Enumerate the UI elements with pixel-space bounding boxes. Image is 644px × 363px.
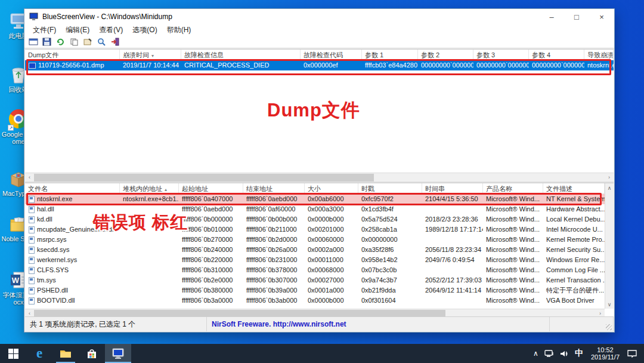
dump-row-selected[interactable]: 110719-25656-01.dmp 2019/11/7 10:14:44 C… xyxy=(25,60,614,70)
store-button[interactable] xyxy=(79,344,105,363)
copy-icon[interactable] xyxy=(69,37,79,47)
column-header-sorted[interactable]: 堆栈内的地址▴ xyxy=(120,183,179,193)
dump-list-header: Dump文件 崩溃时间▾ 故障检查信息 故障检查代码 参数 1 参数 2 参数 … xyxy=(25,50,614,60)
column-header[interactable]: 参数 1 xyxy=(362,50,418,60)
sort-indicator-icon: ▴ xyxy=(165,187,167,192)
file-explorer-button[interactable] xyxy=(52,344,79,363)
driver-table-row[interactable]: CLFS.SYS fffff806`0b310000 fffff806`0b37… xyxy=(25,265,605,275)
driver-file-icon xyxy=(29,277,35,284)
dump-list-pane: Dump文件 崩溃时间▾ 故障检查信息 故障检查代码 参数 1 参数 2 参数 … xyxy=(25,49,614,182)
column-header[interactable]: 起始地址 xyxy=(179,183,243,193)
edge-button[interactable]: e xyxy=(26,344,52,363)
cell-to-address: fffff806`0af60000 xyxy=(243,204,305,214)
column-header[interactable]: 结束地址 xyxy=(243,183,305,193)
driver-table-row[interactable]: msrpc.sys fffff806`0b270000 fffff806`0b2… xyxy=(25,235,605,245)
column-header[interactable]: Dump文件 xyxy=(25,50,120,60)
column-header[interactable]: 参数 3 xyxy=(473,50,529,60)
tray-clock[interactable]: 10:52 2019/11/7 xyxy=(586,346,624,361)
menu-view[interactable]: 查看(V) xyxy=(94,25,128,35)
minimize-button[interactable]: – xyxy=(539,9,564,24)
scroll-left-icon[interactable]: ‹ xyxy=(25,173,34,182)
close-button[interactable]: × xyxy=(589,9,614,24)
tray-time: 10:52 xyxy=(591,346,620,353)
cell-param2: 00000000`000000... xyxy=(418,60,473,70)
save-icon[interactable] xyxy=(42,37,52,47)
shortcut-arrow-icon: ↗ xyxy=(8,125,14,131)
menu-options[interactable]: 选项(O) xyxy=(128,25,162,35)
find-icon[interactable] xyxy=(97,37,107,47)
column-header[interactable]: 时戳 xyxy=(358,183,422,193)
driver-file-icon xyxy=(29,206,35,213)
scroll-up-icon[interactable]: ∧ xyxy=(605,183,614,192)
action-center-icon[interactable] xyxy=(624,344,644,363)
cell-dump-file: 110719-25656-01.dmp xyxy=(38,61,104,69)
exit-icon[interactable] xyxy=(110,37,120,47)
tray-chevron-icon[interactable]: ∧ xyxy=(530,344,541,363)
cell-stack-address xyxy=(120,224,179,235)
cell-to-address: fffff806`0b26a000 xyxy=(243,245,305,255)
ime-indicator[interactable]: 中 xyxy=(572,344,586,363)
scroll-down-icon[interactable]: ∨ xyxy=(605,300,614,309)
scrollbar-thumb[interactable] xyxy=(34,174,374,182)
maximize-button[interactable]: □ xyxy=(564,9,589,24)
cell-timestamp: 0x0f301604 xyxy=(358,296,422,306)
driver-table-row[interactable]: mcupdate_GenuineIntel.dll fffff806`0b010… xyxy=(25,224,605,235)
cell-stack-address xyxy=(120,235,179,245)
column-header[interactable]: 产品名称 xyxy=(483,183,543,193)
column-header[interactable]: 导致崩溃的驱动程序 xyxy=(584,50,614,60)
driver-table-row[interactable]: ksecdd.sys fffff806`0b240000 fffff806`0b… xyxy=(25,245,605,255)
speaker-icon[interactable] xyxy=(557,344,572,363)
window-title: BlueScreenView - C:\Windows\Minidump xyxy=(42,13,172,21)
cell-file-description: Kernel Remote Pro... xyxy=(543,235,605,245)
lower-vertical-scrollbar[interactable]: ∧ ∨ xyxy=(605,183,614,309)
driver-file-icon xyxy=(29,257,35,264)
cell-stack-address xyxy=(120,204,179,214)
column-header[interactable]: 参数 2 xyxy=(418,50,473,60)
column-header[interactable]: 大小 xyxy=(305,183,358,193)
driver-table-row[interactable]: BOOTVID.dll fffff806`0b3a0000 fffff806`0… xyxy=(25,296,605,306)
menu-file[interactable]: 文件(F) xyxy=(28,25,61,35)
start-button[interactable] xyxy=(0,344,26,363)
cell-time-string: 2056/11/8 23:23:34 xyxy=(422,245,483,255)
column-header[interactable]: 文件名 xyxy=(25,183,120,193)
resize-grip[interactable] xyxy=(606,324,612,330)
status-nirsoft-link[interactable]: NirSoft Freeware. http://www.nirsoft.net xyxy=(207,317,550,331)
cell-file-name: ksecdd.sys xyxy=(37,246,69,253)
driver-table-row[interactable]: tm.sys fffff806`0b2e0000 fffff806`0b3070… xyxy=(25,275,605,285)
cell-file-name: PSHED.dll xyxy=(37,287,68,294)
driver-table-row[interactable]: werkernel.sys fffff806`0b220000 fffff806… xyxy=(25,255,605,265)
menu-help[interactable]: 帮助(H) xyxy=(162,25,196,35)
refresh-icon[interactable] xyxy=(55,37,66,47)
bluescreenview-window: BlueScreenView - C:\Windows\Minidump – □… xyxy=(24,8,615,333)
column-header[interactable]: 参数 4 xyxy=(529,50,584,60)
upper-horizontal-scrollbar[interactable]: ‹ › xyxy=(25,173,614,182)
column-header-sorted[interactable]: 崩溃时间▾ xyxy=(120,50,181,60)
svg-text:W: W xyxy=(12,276,20,285)
cell-product-name: Microsoft® Wind... xyxy=(483,255,543,265)
tray-date: 2019/11/7 xyxy=(591,353,620,361)
cell-file-description: Common Log File ... xyxy=(543,265,605,275)
column-header[interactable]: 故障检查代码 xyxy=(301,50,362,60)
cell-to-address: fffff806`0b39a000 xyxy=(243,285,305,296)
scroll-right-icon[interactable]: › xyxy=(605,173,614,182)
driver-table-row[interactable]: PSHED.dll fffff806`0b380000 fffff806`0b3… xyxy=(25,285,605,296)
cell-to-address: fffff806`0b3ab000 xyxy=(243,296,305,306)
title-bar[interactable]: BlueScreenView - C:\Windows\Minidump – □… xyxy=(24,9,614,24)
driver-table-row[interactable]: ntoskrnl.exe ntoskrnl.exe+8cb1... fffff8… xyxy=(25,194,605,204)
cell-crash-time: 2019/11/7 10:14:44 xyxy=(120,60,181,70)
column-header[interactable]: 文件描述 xyxy=(543,183,605,193)
cell-from-address: fffff806`0b270000 xyxy=(179,235,243,245)
properties-icon[interactable] xyxy=(83,37,93,47)
cell-product-name: Microsoft® Wind... xyxy=(483,285,543,296)
cell-timestamp: 0xfc9570f2 xyxy=(358,194,422,204)
cell-time-string xyxy=(422,296,483,306)
driver-table-row[interactable]: kd.dll fffff806`0b000000 fffff806`0b00b0… xyxy=(25,214,605,224)
network-icon[interactable] xyxy=(541,344,557,363)
cell-time-string: 1989/12/18 17:17:14 xyxy=(422,224,483,235)
column-header[interactable]: 时间串 xyxy=(422,183,483,193)
driver-table-row[interactable]: hal.dll fffff806`0aebd000 fffff806`0af60… xyxy=(25,204,605,214)
open-dump-icon[interactable] xyxy=(28,37,38,47)
bluescreenview-taskbar-button[interactable] xyxy=(105,344,131,363)
column-header[interactable]: 故障检查信息 xyxy=(181,50,301,60)
menu-edit[interactable]: 编辑(E) xyxy=(61,25,94,35)
